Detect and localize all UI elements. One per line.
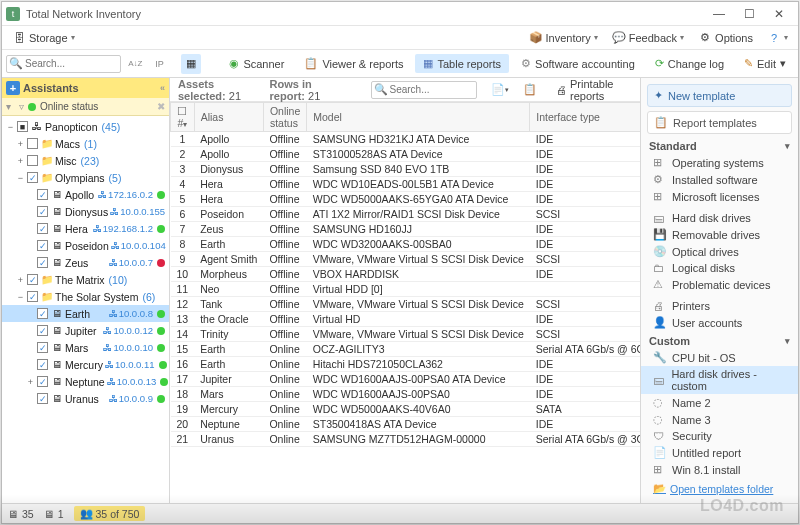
column-header[interactable]: Interface type	[530, 103, 640, 132]
table-row[interactable]: 10MorpheusOfflineVBOX HARDDISKIDE101	[171, 267, 641, 282]
section-custom[interactable]: Custom▾	[641, 331, 798, 349]
help-button[interactable]: ? ▾	[763, 29, 792, 47]
column-header[interactable]: Model	[307, 103, 530, 132]
checkbox[interactable]	[37, 376, 48, 387]
table-row[interactable]: 7ZeusOfflineSAMSUNG HD160JJIDE1603	[171, 222, 641, 237]
template-item[interactable]: 💾Removable drives	[641, 226, 798, 243]
template-item[interactable]: 🔧CPU bit - OS	[641, 349, 798, 366]
export-button[interactable]: 📄▾	[491, 80, 509, 100]
table-row[interactable]: 9Agent SmithOfflineVMware, VMware Virtua…	[171, 252, 641, 267]
report-search[interactable]: 🔍	[371, 81, 477, 99]
template-item[interactable]: 👤User accounts	[641, 314, 798, 331]
tree-node[interactable]: 🖥Dionysus🖧10.0.0.155	[2, 203, 169, 220]
template-item[interactable]: 🗀Logical disks	[641, 260, 798, 276]
tree-node[interactable]: 🖥Jupiter🖧10.0.0.12	[2, 322, 169, 339]
table-row[interactable]: 11NeoOfflineVirtual HDD [0]301	[171, 282, 641, 297]
template-item[interactable]: 🖴Hard disk drives	[641, 210, 798, 226]
sort-az-button[interactable]: A↓Z	[125, 54, 145, 74]
tree-node[interactable]: 🖥Uranus🖧10.0.0.9	[2, 390, 169, 407]
template-item[interactable]: ⚠Problematic devices	[641, 276, 798, 293]
new-template-button[interactable]: ✦New template	[647, 84, 792, 107]
report-templates-button[interactable]: 📋Report templates	[647, 111, 792, 134]
checkbox[interactable]: ■	[17, 121, 28, 132]
checkbox[interactable]	[37, 257, 48, 268]
tree-node[interactable]: 🖥Zeus🖧10.0.0.7	[2, 254, 169, 271]
template-item[interactable]: 🛡Security	[641, 428, 798, 444]
table-row[interactable]: 13the OracleOfflineVirtual HDIDE41	[171, 312, 641, 327]
table-row[interactable]: 5HeraOfflineWDC WD5000AAKS-65YGA0 ATA De…	[171, 192, 641, 207]
disclosure-icon[interactable]: +	[16, 156, 25, 166]
tree-node[interactable]: −📁The Solar System(6)	[2, 288, 169, 305]
inventory-menu[interactable]: 📦 Inventory ▾	[525, 29, 602, 47]
close-button[interactable]: ✕	[764, 3, 794, 25]
template-item[interactable]: ⊞Win 8.1 install	[641, 461, 798, 478]
disclosure-icon[interactable]: −	[6, 122, 15, 132]
checkbox[interactable]	[37, 189, 48, 200]
template-item[interactable]: 💿Optical drives	[641, 243, 798, 260]
tree-node[interactable]: +📁The Matrix(10)	[2, 271, 169, 288]
checkbox[interactable]	[37, 240, 48, 251]
checkbox[interactable]	[37, 359, 48, 370]
network-tree[interactable]: −■🖧Panopticon(45)+📁Macs(1)+📁Misc(23)−📁Ol…	[2, 116, 169, 503]
disclosure-icon[interactable]: −	[16, 292, 25, 302]
template-item[interactable]: ◌Name 2	[641, 394, 798, 411]
table-row[interactable]: 15EarthOnlineOCZ-AGILITY3Serial ATA 6Gb/…	[171, 342, 641, 357]
table-row[interactable]: 16EarthOnlineHitachi HDS721050CLA362IDE5…	[171, 357, 641, 372]
tab-viewer[interactable]: 📋Viewer & reports	[296, 54, 411, 73]
checkbox[interactable]	[27, 155, 38, 166]
table-row[interactable]: 6PoseidonOfflineATI 1X2 Mirror/RAID1 SCS…	[171, 207, 641, 222]
view-toggle-button[interactable]: ▦	[181, 54, 201, 74]
table-row[interactable]: 19MercuryOnlineWDC WD5000AAKS-40V6A0SATA…	[171, 402, 641, 417]
section-standard[interactable]: Standard▾	[641, 136, 798, 154]
tree-node[interactable]: 🖥Mars🖧10.0.0.10	[2, 339, 169, 356]
tree-search[interactable]: 🔍	[6, 55, 121, 73]
tree-search-input[interactable]	[6, 55, 121, 73]
tree-node[interactable]: 🖥Poseidon🖧10.0.0.104	[2, 237, 169, 254]
disclosure-icon[interactable]: +	[16, 275, 25, 285]
template-item[interactable]: ⚙Installed software	[641, 171, 798, 188]
checkbox[interactable]	[37, 308, 48, 319]
tab-table-reports[interactable]: ▦Table reports	[415, 54, 509, 73]
table-row[interactable]: 14TrinityOfflineVMware, VMware Virtual S…	[171, 327, 641, 342]
assistant-online-status[interactable]: ▾ ▿ Online status ✖	[2, 98, 169, 116]
assistants-header[interactable]: + Assistants «	[2, 78, 169, 98]
template-item[interactable]: 🖴Hard disk drives - custom	[641, 366, 798, 394]
tree-node[interactable]: +📁Macs(1)	[2, 135, 169, 152]
column-header[interactable]: Online status	[263, 103, 306, 132]
tab-scanner[interactable]: ◉Scanner	[221, 54, 292, 73]
copy-button[interactable]: 📋	[523, 80, 538, 100]
storage-menu[interactable]: 🗄 Storage ▾	[8, 29, 79, 47]
pin-icon[interactable]: ✖	[157, 101, 165, 112]
col-checkbox[interactable]: ☐ #▾	[171, 103, 195, 132]
disclosure-icon[interactable]: +	[26, 377, 35, 387]
table-row[interactable]: 3DionysusOfflineSamsung SSD 840 EVO 1TBI…	[171, 162, 641, 177]
disclosure-icon[interactable]: −	[16, 173, 25, 183]
table-row[interactable]: 1ApolloOfflineSAMSUNG HD321KJ ATA Device…	[171, 132, 641, 147]
checkbox[interactable]	[27, 138, 38, 149]
checkbox[interactable]	[27, 172, 38, 183]
column-header[interactable]: Alias	[194, 103, 263, 132]
template-item[interactable]: ⊞Operating systems	[641, 154, 798, 171]
table-row[interactable]: 12TankOfflineVMware, VMware Virtual S SC…	[171, 297, 641, 312]
tree-node[interactable]: −📁Olympians(5)	[2, 169, 169, 186]
printable-reports-button[interactable]: 🖨Printable reports	[552, 78, 632, 104]
options-button[interactable]: ⚙ Options	[694, 29, 757, 47]
template-item[interactable]: ◌Name 3	[641, 411, 798, 428]
checkbox[interactable]	[37, 342, 48, 353]
table-row[interactable]: 2ApolloOfflineST31000528AS ATA DeviceIDE…	[171, 147, 641, 162]
template-item[interactable]: ⊞Microsoft licenses	[641, 188, 798, 205]
checkbox[interactable]	[37, 325, 48, 336]
collapse-icon[interactable]: «	[160, 83, 165, 93]
template-item[interactable]: 🖨Printers	[641, 298, 798, 314]
checkbox[interactable]	[27, 291, 38, 302]
open-templates-folder-link[interactable]: 📂Open templates folder	[641, 478, 798, 499]
sort-ip-button[interactable]: IP	[149, 54, 169, 74]
tab-software[interactable]: ⚙Software accounting	[513, 54, 643, 73]
tree-node[interactable]: +🖥Neptune🖧10.0.0.13	[2, 373, 169, 390]
feedback-menu[interactable]: 💬 Feedback ▾	[608, 29, 688, 47]
checkbox[interactable]	[37, 206, 48, 217]
tree-node[interactable]: 🖥Mercury🖧10.0.0.11	[2, 356, 169, 373]
table-row[interactable]: 4HeraOfflineWDC WD10EADS-00L5B1 ATA Devi…	[171, 177, 641, 192]
minimize-button[interactable]: —	[704, 3, 734, 25]
tree-node[interactable]: 🖥Hera🖧192.168.1.2	[2, 220, 169, 237]
